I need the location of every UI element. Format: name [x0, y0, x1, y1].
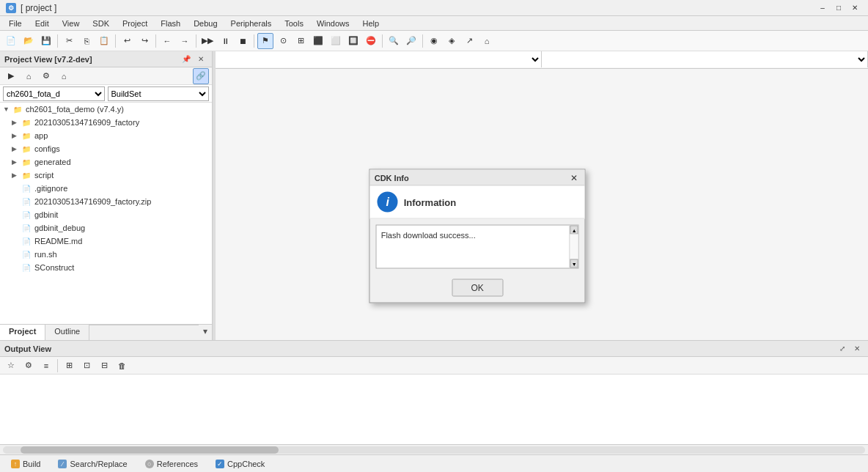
modal-overlay: CDK Info ✕ i Information Flash download …: [0, 0, 868, 472]
dialog-title: CDK Info: [375, 173, 409, 182]
dialog-footer: OK: [370, 275, 585, 303]
scroll-down-btn[interactable]: ▼: [570, 259, 578, 268]
dialog-body-text: Flash download success...: [381, 231, 476, 240]
dialog-scrollbar[interactable]: ▲ ▼: [570, 226, 578, 268]
dialog-body: Flash download success... ▲ ▼: [376, 225, 579, 269]
dialog-ok-button[interactable]: OK: [452, 279, 503, 297]
dialog-header: i Information: [370, 186, 585, 219]
dialog-header-text: Information: [404, 196, 457, 207]
dialog-close-button[interactable]: ✕: [567, 172, 581, 183]
cdk-info-dialog: CDK Info ✕ i Information Flash download …: [369, 169, 586, 303]
scroll-track: [570, 235, 578, 259]
info-icon: i: [378, 192, 398, 213]
info-icon-letter: i: [386, 196, 389, 209]
scroll-up-btn[interactable]: ▲: [570, 226, 578, 235]
dialog-titlebar: CDK Info ✕: [370, 170, 585, 186]
